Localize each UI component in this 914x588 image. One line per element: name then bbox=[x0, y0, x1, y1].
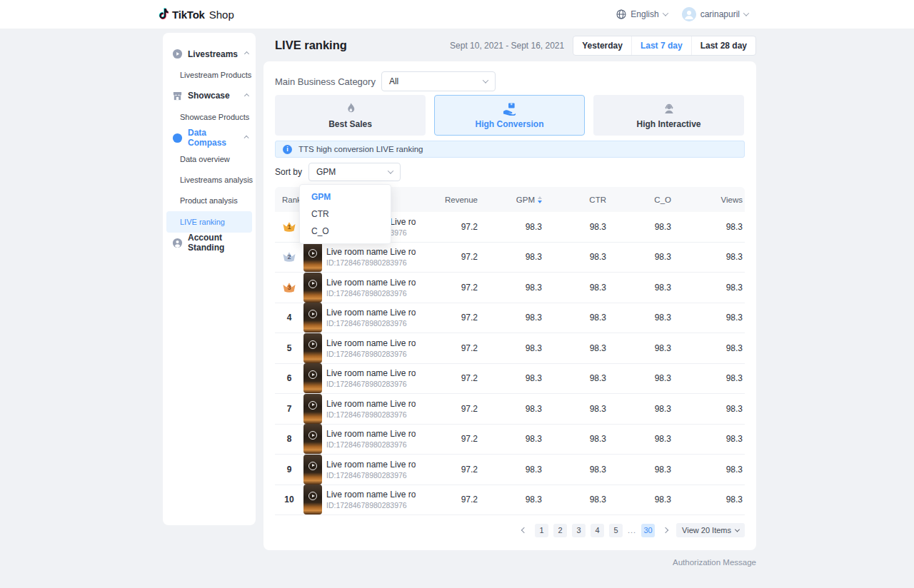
chevron-up-icon bbox=[244, 93, 249, 98]
rank-cell: 10 bbox=[275, 495, 303, 505]
sidebar-item-account-standing[interactable]: Account Standing bbox=[163, 233, 256, 253]
user-menu[interactable]: carinapuril bbox=[682, 7, 748, 21]
views-value: 98.3 bbox=[673, 252, 745, 262]
sidebar-item-data-overview[interactable]: Data overview bbox=[163, 148, 256, 169]
live-room-cell[interactable]: Live room name Live room... ID:172846789… bbox=[303, 303, 416, 333]
range-button-last-28-day[interactable]: Last 28 day bbox=[691, 36, 755, 55]
table-row[interactable]: 3 Live room name Live room... ID:1728467… bbox=[275, 273, 745, 303]
page-size-select[interactable]: View 20 Items bbox=[676, 523, 745, 537]
language-label: English bbox=[631, 9, 658, 19]
sidebar-item-showcase-products[interactable]: Showcase Products bbox=[163, 106, 256, 127]
table-row[interactable]: 7 Live room name Live room... ID:1728467… bbox=[275, 394, 745, 425]
live-room-thumbnail[interactable] bbox=[303, 363, 322, 393]
sidebar-item-data-compass[interactable]: Data Compass bbox=[163, 128, 256, 148]
rank-cell: 6 bbox=[275, 373, 303, 383]
pagination-page-3[interactable]: 3 bbox=[572, 524, 586, 537]
language-selector[interactable]: English bbox=[616, 9, 667, 19]
rank-cell: 7 bbox=[275, 404, 303, 414]
ctr-value: 98.3 bbox=[544, 343, 608, 353]
gpm-value: 98.3 bbox=[480, 283, 544, 293]
sidebar-item-product-analysis[interactable]: Product analysis bbox=[163, 191, 256, 211]
sidebar-item-livestreams-analysis[interactable]: Livestreams analysis bbox=[163, 169, 256, 190]
sort-select[interactable]: GPM bbox=[308, 163, 401, 181]
table-row[interactable]: 2 Live room name Live room... ID:1728467… bbox=[275, 243, 745, 273]
gpm-value: 98.3 bbox=[480, 252, 544, 262]
rank-number: 5 bbox=[287, 343, 292, 353]
sidebar-item-livestreams[interactable]: Livestreams bbox=[163, 44, 256, 64]
pagination-page-4[interactable]: 4 bbox=[591, 524, 604, 537]
chevron-down-icon bbox=[662, 10, 668, 16]
authorization-message-link[interactable]: Authorization Message bbox=[673, 558, 756, 567]
tab-high-conversion[interactable]: High Conversion bbox=[434, 95, 585, 136]
gpm-value: 98.3 bbox=[480, 222, 544, 232]
pagination-page-2[interactable]: 2 bbox=[553, 524, 567, 537]
sort-option-gpm[interactable]: GPM bbox=[300, 188, 391, 206]
live-room-cell[interactable]: Live room name Live room... ID:172846789… bbox=[303, 455, 416, 485]
ctr-value: 98.3 bbox=[544, 404, 608, 414]
live-room-thumbnail[interactable] bbox=[303, 394, 322, 424]
sort-option-ctr[interactable]: CTR bbox=[300, 206, 391, 223]
c-o-value: 98.3 bbox=[608, 283, 673, 293]
chevron-down-icon bbox=[388, 168, 393, 173]
live-room-cell[interactable]: Live room name Live room... ID:172846789… bbox=[303, 242, 416, 272]
range-button-last-7-day[interactable]: Last 7 day bbox=[631, 36, 691, 55]
pagination-current-page[interactable]: 30 bbox=[641, 524, 655, 537]
sidebar: Livestreams Livestream Products Showcase… bbox=[163, 33, 256, 525]
live-room-cell[interactable]: Live room name Live room... ID:172846789… bbox=[303, 363, 416, 393]
live-room-cell[interactable]: Live room name Live room... ID:172846789… bbox=[303, 333, 416, 363]
live-room-thumbnail[interactable] bbox=[303, 485, 322, 514]
live-room-thumbnail[interactable] bbox=[303, 242, 322, 272]
revenue-value: 97.2 bbox=[416, 252, 480, 262]
category-select[interactable]: All bbox=[381, 71, 496, 91]
live-room-cell[interactable]: Live room name Live room... ID:172846789… bbox=[303, 273, 416, 303]
sort-by-label: Sort by bbox=[275, 167, 302, 177]
views-value: 98.3 bbox=[673, 283, 745, 293]
views-value: 98.3 bbox=[673, 313, 745, 323]
next-page-button[interactable] bbox=[660, 524, 671, 537]
sidebar-item-live-ranking[interactable]: LIVE ranking bbox=[166, 211, 252, 232]
brand-shop-text: Shop bbox=[209, 9, 234, 21]
previous-page-button[interactable] bbox=[518, 524, 530, 537]
c-o-value: 98.3 bbox=[608, 404, 673, 414]
sort-option-c-o[interactable]: C_O bbox=[300, 223, 391, 240]
info-icon: i bbox=[283, 145, 292, 154]
table-row[interactable]: 4 Live room name Live room... ID:1728467… bbox=[275, 303, 745, 334]
sidebar-item-showcase[interactable]: Showcase bbox=[163, 86, 256, 106]
live-room-id: ID:17284678980283976 bbox=[326, 471, 416, 480]
table-row[interactable]: 8 Live room name Live room... ID:1728467… bbox=[275, 425, 745, 455]
live-room-thumbnail[interactable] bbox=[303, 273, 322, 303]
table-row[interactable]: 5 Live room name Live room... ID:1728467… bbox=[275, 333, 745, 364]
ctr-value: 98.3 bbox=[544, 495, 608, 505]
rank-number: 7 bbox=[287, 404, 292, 414]
revenue-value: 97.2 bbox=[416, 495, 480, 505]
chevron-up-icon bbox=[244, 51, 249, 56]
live-room-thumbnail[interactable] bbox=[303, 333, 322, 363]
live-room-name: Live room name Live room... bbox=[326, 338, 416, 348]
table-row[interactable]: 6 Live room name Live room... ID:1728467… bbox=[275, 364, 745, 395]
tab-best-sales[interactable]: Best Sales bbox=[275, 95, 426, 136]
live-room-name: Live room name Live room... bbox=[326, 308, 416, 318]
live-room-thumbnail[interactable] bbox=[303, 455, 322, 485]
live-room-cell[interactable]: Live room name Live room... ID:172846789… bbox=[303, 394, 416, 424]
pagination-page-5[interactable]: 5 bbox=[609, 524, 623, 537]
sidebar-item-livestream-products[interactable]: Livestream Products bbox=[163, 64, 256, 85]
live-room-cell[interactable]: Live room name Live room... ID:172846789… bbox=[303, 424, 416, 454]
ctr-value: 98.3 bbox=[544, 252, 608, 262]
column-header-gpm[interactable]: GPM bbox=[480, 196, 544, 204]
pagination-page-1[interactable]: 1 bbox=[535, 524, 548, 537]
table-row[interactable]: 10 Live room name Live room... ID:172846… bbox=[275, 485, 745, 516]
sidebar-item-label: Data overview bbox=[180, 155, 230, 163]
tab-high-interactive[interactable]: High Interactive bbox=[593, 95, 744, 136]
range-button-yesterday[interactable]: Yesterday bbox=[573, 36, 631, 55]
globe-icon bbox=[616, 9, 626, 19]
rank-number: 9 bbox=[287, 465, 292, 475]
column-header-c-o: C_O bbox=[608, 196, 673, 204]
views-value: 98.3 bbox=[673, 495, 745, 505]
table-row[interactable]: 9 Live room name Live room... ID:1728467… bbox=[275, 455, 745, 485]
live-room-thumbnail[interactable] bbox=[303, 424, 322, 454]
live-room-cell[interactable]: Live room name Live room... ID:172846789… bbox=[303, 485, 416, 514]
tiktok-shop-logo[interactable]: TikTok Shop bbox=[157, 0, 234, 29]
live-room-thumbnail[interactable] bbox=[303, 303, 322, 333]
sidebar-item-label: Livestreams analysis bbox=[180, 176, 253, 184]
page-title: LIVE ranking bbox=[275, 39, 347, 52]
